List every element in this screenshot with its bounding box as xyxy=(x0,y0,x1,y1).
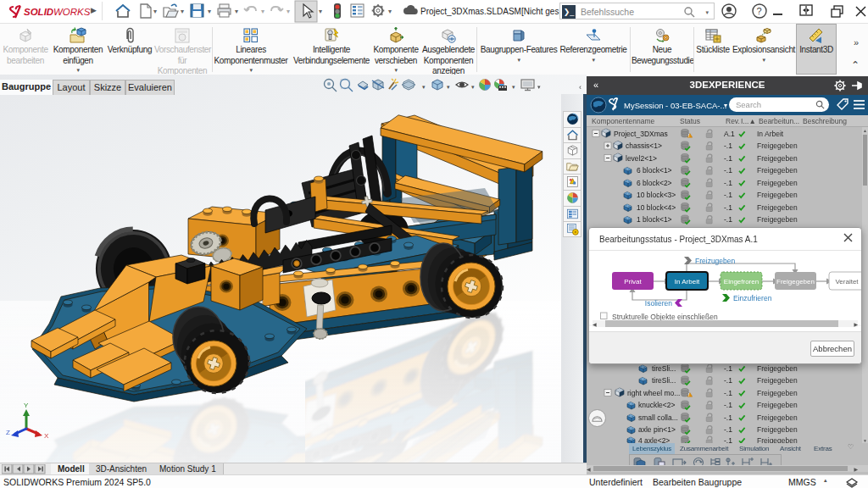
svg-text:WORKS: WORKS xyxy=(53,7,91,17)
svg-text:tireSli...: tireSli... xyxy=(652,364,676,373)
svg-text:-.1: -.1 xyxy=(724,401,732,409)
svg-text:-.1: -.1 xyxy=(724,413,732,422)
svg-text:axle pin<1>: axle pin<1> xyxy=(638,425,676,434)
svg-text:-.1: -.1 xyxy=(724,376,732,385)
svg-text:Y: Y xyxy=(24,402,29,409)
svg-text:-.1: -.1 xyxy=(724,203,732,212)
svg-text:Einzufrieren: Einzufrieren xyxy=(733,294,772,302)
svg-text:▾: ▾ xyxy=(153,8,157,15)
svg-text:Strukturelle Objekte einschlie: Strukturelle Objekte einschließen xyxy=(612,313,718,321)
svg-text:▾: ▾ xyxy=(388,8,392,15)
svg-text:-.1: -.1 xyxy=(724,179,732,187)
svg-text:small colla...: small colla... xyxy=(638,413,678,422)
svg-text:10 block<4>: 10 block<4> xyxy=(637,203,676,212)
svg-text:In Arbeit: In Arbeit xyxy=(675,278,700,286)
svg-text:-.1: -.1 xyxy=(724,425,732,434)
svg-text:In Arbeit: In Arbeit xyxy=(757,130,784,138)
svg-text:-.1: -.1 xyxy=(724,154,732,163)
svg-text:right wheel mo...: right wheel mo... xyxy=(627,389,680,397)
svg-text:Z: Z xyxy=(6,429,10,436)
svg-text:Freigegeben: Freigegeben xyxy=(757,179,798,187)
svg-text:Freigegeben: Freigegeben xyxy=(757,203,798,212)
svg-text:Freigegeben: Freigegeben xyxy=(757,425,798,434)
svg-text:10 block<3>: 10 block<3> xyxy=(637,191,676,199)
svg-text:Eingefroren: Eingefroren xyxy=(724,278,759,286)
svg-text:-.1: -.1 xyxy=(724,191,732,199)
svg-text:-.1: -.1 xyxy=(724,215,732,224)
svg-text:-.1: -.1 xyxy=(724,166,732,175)
svg-text:▾: ▾ xyxy=(208,8,211,15)
svg-text:1 block<1>: 1 block<1> xyxy=(637,215,672,224)
svg-text:Freigegeben: Freigegeben xyxy=(757,376,798,385)
svg-text:Veraltet: Veraltet xyxy=(835,278,859,286)
svg-text:-.1: -.1 xyxy=(724,389,732,397)
svg-text:▾: ▾ xyxy=(261,8,264,15)
svg-text:?: ? xyxy=(757,6,762,16)
svg-text:▾: ▾ xyxy=(319,8,322,15)
svg-text:SOLID: SOLID xyxy=(24,7,53,17)
svg-text:6 block<2>: 6 block<2> xyxy=(637,179,672,187)
svg-text:knuckle<2>: knuckle<2> xyxy=(638,401,676,409)
svg-text:6 block<1>: 6 block<1> xyxy=(637,166,672,175)
svg-text:▾: ▾ xyxy=(181,8,184,15)
svg-text:Freigegeben: Freigegeben xyxy=(757,401,798,409)
svg-text:Freizugeben: Freizugeben xyxy=(695,257,736,265)
svg-text:Freigegeben: Freigegeben xyxy=(757,215,798,224)
svg-text:chassis<1>: chassis<1> xyxy=(626,141,662,150)
svg-text:Freigegeben: Freigegeben xyxy=(757,141,798,150)
svg-text:Privat: Privat xyxy=(624,278,642,286)
svg-text:▾: ▾ xyxy=(235,8,238,15)
svg-text:Freigegeben: Freigegeben xyxy=(757,364,798,373)
svg-text:X: X xyxy=(44,432,49,440)
svg-text:Freigegeben: Freigegeben xyxy=(757,166,798,175)
svg-text:Freigegeben: Freigegeben xyxy=(757,413,798,422)
svg-text:A.1: A.1 xyxy=(724,130,735,138)
svg-text:-.1: -.1 xyxy=(724,141,732,150)
svg-text:Freigegeben: Freigegeben xyxy=(757,389,798,397)
svg-text:Freigegeben: Freigegeben xyxy=(757,191,798,199)
svg-text:Freigegeben: Freigegeben xyxy=(757,154,798,163)
svg-text:Project_3DXmas: Project_3DXmas xyxy=(614,130,668,138)
svg-text:level2<1>: level2<1> xyxy=(626,154,657,163)
svg-text:Isolieren: Isolieren xyxy=(645,299,672,308)
svg-text:tireSli...: tireSli... xyxy=(652,376,676,385)
svg-text:Freigegeben: Freigegeben xyxy=(776,278,815,286)
svg-text:▾: ▾ xyxy=(287,8,290,15)
svg-text:-.1: -.1 xyxy=(724,364,732,373)
